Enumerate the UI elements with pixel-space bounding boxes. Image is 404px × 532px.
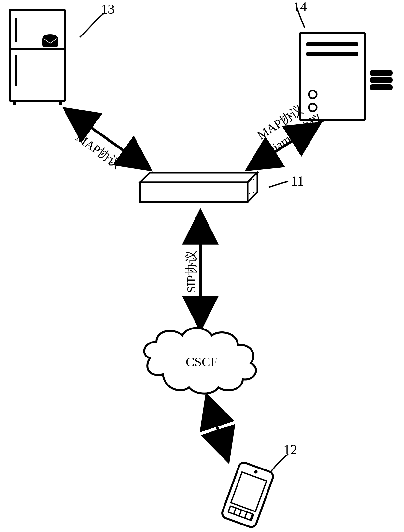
svg-point-9 — [309, 91, 317, 98]
callout-13 — [80, 13, 104, 37]
svg-marker-14 — [140, 173, 257, 182]
svg-rect-0 — [10, 10, 65, 101]
svg-rect-5 — [59, 101, 62, 105]
svg-rect-11 — [370, 70, 393, 76]
server-icon — [300, 33, 365, 120]
link-label-fridge-box: MAP协议 — [73, 130, 123, 171]
cloud-label: CSCF — [186, 355, 218, 369]
svg-rect-8 — [306, 52, 358, 56]
ref-label-14: 14 — [293, 0, 307, 14]
callout-11 — [269, 181, 288, 187]
ref-label-12: 12 — [283, 442, 297, 457]
fridge-icon — [10, 10, 65, 105]
central-box-icon — [140, 173, 257, 202]
svg-rect-12 — [370, 77, 393, 83]
svg-rect-15 — [140, 182, 248, 202]
svg-rect-13 — [370, 84, 393, 90]
ref-label-13: 13 — [101, 2, 115, 17]
link-label-box-cloud: SIP协议 — [184, 250, 198, 293]
ref-label-11: 11 — [291, 174, 304, 189]
svg-point-10 — [309, 104, 317, 111]
svg-rect-7 — [306, 42, 358, 46]
link-cloud-phone — [207, 396, 228, 461]
disk-stack-icon — [370, 70, 393, 90]
svg-rect-4 — [13, 101, 16, 105]
phone-icon — [221, 461, 275, 529]
